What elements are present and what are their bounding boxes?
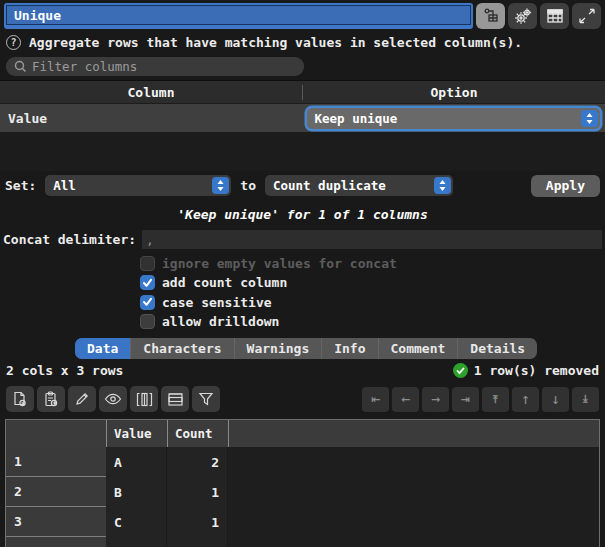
- checkbox-ignore-empty-values[interactable]: ignore empty values for concat: [140, 256, 605, 271]
- table-view-button[interactable]: [540, 3, 569, 29]
- checkbox-icon: [140, 295, 155, 310]
- row-filler: [228, 507, 599, 537]
- filter-row: Filter columns: [0, 54, 605, 80]
- options-table-row: Value Keep unique: [0, 103, 605, 132]
- first-column-button[interactable]: ⇤: [362, 387, 389, 412]
- checkbox-add-count-column[interactable]: add count column: [140, 275, 605, 290]
- clipboard-badge-icon: [43, 391, 59, 408]
- last-column-icon: ⇥: [461, 390, 470, 408]
- last-row-button[interactable]: ⇥: [572, 387, 599, 412]
- success-check-icon: [453, 363, 468, 378]
- tab-bar-row: Data Characters Warnings Info Comment De…: [0, 335, 605, 359]
- dropdown-stepper-icon: [434, 177, 451, 194]
- table-row-partial: [6, 537, 599, 547]
- cell-count[interactable]: 1: [167, 507, 228, 537]
- copy-to-clipboard-button[interactable]: [37, 386, 65, 412]
- table-row[interactable]: 1 A 2: [6, 447, 599, 477]
- column-header-value[interactable]: Value: [106, 420, 167, 447]
- expand-button[interactable]: [572, 3, 601, 29]
- filter-table-button[interactable]: [192, 386, 220, 412]
- keep-unique-dropdown[interactable]: Keep unique: [307, 108, 601, 129]
- cell-count[interactable]: 2: [167, 447, 228, 477]
- checkbox-label: allow drilldown: [162, 314, 279, 329]
- checkbox-label: ignore empty values for concat: [162, 256, 397, 271]
- cell-value[interactable]: C: [106, 507, 167, 537]
- options-table-empty-area: [0, 132, 605, 171]
- tab-characters[interactable]: Characters: [131, 338, 234, 359]
- node-name-input[interactable]: Unique: [4, 3, 473, 29]
- description-text: Aggregate rows that have matching values…: [29, 35, 522, 50]
- table-toolbar: ⇤ ← → ⇥ ⇤ ↑ ↓ ⇥: [0, 382, 605, 416]
- search-icon: [14, 60, 27, 73]
- column-header: Column: [0, 85, 303, 100]
- tab-comment[interactable]: Comment: [379, 338, 459, 359]
- summary-text: 'Keep unique' for 1 of 1 columns: [0, 200, 605, 227]
- status-row: 2 cols x 3 rows 1 row(s) removed: [0, 359, 605, 382]
- column-header-count[interactable]: Count: [167, 420, 228, 447]
- expand-arrows-icon: [578, 8, 596, 24]
- set-option-dropdown[interactable]: Count duplicate: [265, 175, 453, 196]
- set-scope-dropdown[interactable]: All: [45, 175, 231, 196]
- set-option-value: Count duplicate: [273, 178, 386, 193]
- row-number[interactable]: 1: [6, 447, 106, 477]
- set-label: Set:: [5, 178, 36, 193]
- export-file-button[interactable]: [6, 386, 34, 412]
- concat-delimiter-row: Concat delimiter: ,: [0, 227, 605, 251]
- set-scope-value: All: [53, 178, 76, 193]
- checkbox-label: case sensitive: [162, 295, 272, 310]
- table-dimensions-text: 2 cols x 3 rows: [6, 363, 123, 378]
- first-row-icon: ⇤: [487, 394, 505, 403]
- column-widths-button[interactable]: [130, 386, 158, 412]
- output-data-table: Value Count 1 A 2 2 B 1 3 C 1: [5, 419, 600, 547]
- apply-button[interactable]: Apply: [531, 175, 600, 197]
- preview-button[interactable]: [99, 386, 127, 412]
- filter-columns-input[interactable]: Filter columns: [6, 57, 304, 76]
- checkbox-icon: [140, 275, 155, 290]
- tab-bar: Data Characters Warnings Info Comment De…: [75, 338, 537, 359]
- first-row-button[interactable]: ⇤: [482, 387, 509, 412]
- tab-details[interactable]: Details: [458, 338, 537, 359]
- option-header: Option: [303, 85, 605, 100]
- previous-column-button[interactable]: ←: [392, 387, 419, 412]
- next-column-button[interactable]: →: [422, 387, 449, 412]
- row-number[interactable]: 2: [6, 477, 106, 507]
- description-row: ? Aggregate rows that have matching valu…: [0, 31, 605, 54]
- node-table-view-toggle-button[interactable]: [476, 3, 505, 29]
- table-row[interactable]: 3 C 1: [6, 507, 599, 537]
- concat-delimiter-value: ,: [146, 232, 154, 247]
- last-column-button[interactable]: ⇥: [452, 387, 479, 412]
- first-column-icon: ⇤: [371, 390, 380, 408]
- cell-value[interactable]: A: [106, 447, 167, 477]
- edit-button[interactable]: [68, 386, 96, 412]
- checkbox-label: add count column: [162, 275, 287, 290]
- option-row-column-name: Value: [0, 111, 302, 126]
- keep-unique-dropdown-value: Keep unique: [315, 111, 398, 126]
- eye-icon: [104, 392, 122, 406]
- cell-count[interactable]: 1: [167, 477, 228, 507]
- previous-column-icon: ←: [401, 390, 410, 408]
- checkbox-icon: [140, 256, 155, 271]
- tab-warnings[interactable]: Warnings: [235, 338, 323, 359]
- settings-button[interactable]: [508, 3, 537, 29]
- cell-value[interactable]: B: [106, 477, 167, 507]
- navigation-buttons: ⇤ ← → ⇥ ⇤ ↑ ↓ ⇥: [362, 387, 599, 412]
- previous-row-button[interactable]: ↑: [512, 387, 539, 412]
- row-number[interactable]: 3: [6, 507, 106, 537]
- funnel-icon: [198, 391, 214, 407]
- tab-info[interactable]: Info: [322, 338, 378, 359]
- dropdown-stepper-icon: [581, 110, 598, 127]
- checkbox-case-sensitive[interactable]: case sensitive: [140, 295, 605, 310]
- concat-delimiter-input[interactable]: ,: [142, 230, 602, 249]
- help-icon[interactable]: ?: [6, 35, 21, 50]
- row-heights-button[interactable]: [161, 386, 189, 412]
- next-column-icon: →: [431, 390, 440, 408]
- next-row-button[interactable]: ↓: [542, 387, 569, 412]
- rows-removed-text: 1 row(s) removed: [474, 363, 599, 378]
- checkbox-allow-drilldown[interactable]: allow drilldown: [140, 314, 605, 329]
- table-row[interactable]: 2 B 1: [6, 477, 599, 507]
- dropdown-stepper-icon: [212, 177, 229, 194]
- output-table-header: Value Count: [6, 420, 599, 447]
- tab-data[interactable]: Data: [75, 338, 131, 359]
- options-table-header: Column Option: [0, 80, 605, 103]
- bulk-set-row: Set: All to Count duplicate Apply: [0, 171, 605, 200]
